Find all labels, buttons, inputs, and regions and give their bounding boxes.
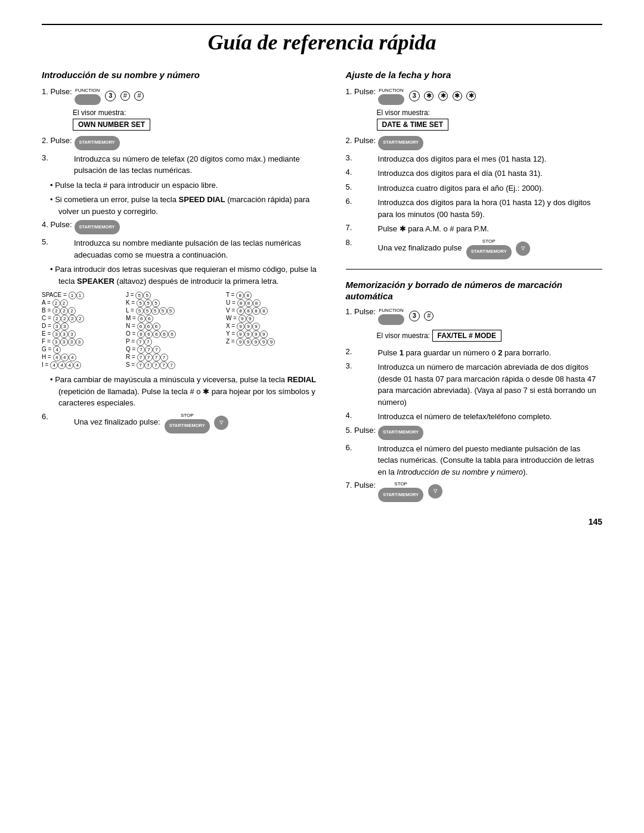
s2-s7-content: STOP START/MEMORY ▽ [378,481,602,502]
s2-s4-num: 4. [346,411,376,420]
s2-key-hash: # [424,311,434,321]
func-btn-s2 [378,314,404,325]
key-star4: ✱ [466,91,476,101]
cg4: 4 [53,346,61,354]
s2-step-1-label: 1. Pulse: [346,307,376,316]
step-1-label: 1. Pulse: [42,87,72,96]
start-memory-btn-1: START/MEMORY [75,136,120,150]
cn6: 6 [137,323,145,330]
ck5b: 5 [144,299,152,307]
cb2: 2 [52,307,60,315]
cw9b: 9 [246,315,254,323]
cs7: 7 [137,361,144,369]
page-number: 145 [42,517,602,527]
char-k: K = 555 [126,299,226,307]
cc2c: 2 [69,315,76,323]
char-n: N = 666 [126,323,226,330]
char-h: H = 444 [42,354,126,361]
right-step-2: 2. Pulse: START/MEMORY [346,136,602,150]
char-table-grid: SPACE = 11 J = 55 T = 88 A = 22 K = 555 … [42,292,324,369]
bullets-2: Para introducir dos letras sucesivas que… [50,264,324,287]
top-rule [42,24,602,25]
cv8c: 8 [252,307,260,315]
sm-s2-5-text: START/MEMORY [383,430,419,435]
cz9: 9 [236,338,244,346]
rs5-num: 5. [346,182,376,191]
char-s: S = 77777 [126,361,226,369]
section2-title: Memorización y borrado de números de mar… [346,279,602,302]
key-star1: ✱ [424,91,434,101]
s2-step-6: 6. Introduzca el número del puesto media… [346,443,602,478]
start-mem-btn-r2: START/MEMORY [378,136,423,150]
right-section-title: Ajuste de la fecha y hora [346,69,602,81]
rs8-keys: STOP START/MEMORY ▽ [466,238,531,259]
start-mem-6-text: START/MEMORY [169,423,205,428]
char-u: U = 888 [226,299,324,307]
cf3c: 3 [68,338,76,346]
co6b: 6 [145,330,153,338]
func-btn-r [378,94,404,105]
cx9c: 9 [252,323,260,330]
step-4-content: START/MEMORY [75,220,324,234]
cl5e: 5 [167,307,175,315]
start-memory-top: START/MEMORY [79,140,115,145]
ca2b: 2 [60,299,68,307]
s2-s6-num: 6. [346,443,376,452]
s2-keys-1: FUNCTION 3 # [378,307,434,325]
cn6c: 6 [153,323,160,330]
right-step-5: 5. Introduzca cuatro dígitos para el año… [346,182,602,194]
ch4b: 4 [61,354,69,361]
cr7c: 7 [153,354,160,361]
cv8: 8 [237,307,244,315]
ci4d: 4 [73,361,81,369]
char-q: Q = 777 [126,346,226,354]
fax-tel-display: FAX/TEL # MODE [432,330,501,342]
el-visor-label-r: El visor muestra: [377,109,430,117]
bullet-redial: Para cambiar de mayúscula a minúscula y … [50,374,324,409]
step-2: 2. Pulse: START/MEMORY [42,136,324,150]
date-time-set-display: DATE & TIME SET [377,119,448,131]
right-column: Ajuste de la fecha y hora 1. Pulse: FUNC… [346,69,602,505]
display-fax-tel: El visor muestra: FAX/TEL # MODE [377,328,602,343]
char-row-1: SPACE = 11 J = 55 T = 88 [42,292,324,299]
rs3-num: 3. [346,153,376,162]
ck5: 5 [137,299,144,307]
s2-step-2: 2. Pulse 1 para guardar un número ó 2 pa… [346,347,602,359]
step-5-text: Introduzca su nombre mediante pulsación … [74,237,324,261]
char-j: J = 55 [126,292,226,299]
own-number-set-display: OWN NUMBER SET [73,119,150,131]
co6e: 6 [168,330,176,338]
step-5-num: 5. [42,237,72,246]
cb2c: 2 [68,307,76,315]
key-3-r: 3 [409,91,420,101]
char-row-10: I = 4444 S = 77777 [42,361,324,369]
rs8-text: Una vez finalizado pulse STOP START/MEMO… [378,238,602,259]
char-row-4: C = 2222 M = 66 W = 99 [42,315,324,323]
s2-step-4: 4. Introduzca el número de telefax/teléf… [346,411,602,423]
c1: 1 [69,292,76,299]
left-section-title: Introducción de su nombre y número [42,69,324,81]
right-step-8: 8. Una vez finalizado pulse STOP START/M… [346,238,602,259]
bullet-3: Para introducir dos letras sucesivas que… [50,264,324,287]
char-r: R = 7777 [126,354,226,361]
cd3: 3 [53,323,61,330]
function-label: FUNCTION [75,87,100,94]
start-memory-btn-6: START/MEMORY [165,419,210,433]
cz9d: 9 [259,338,267,346]
right-step-2-label: 2. Pulse: [346,136,376,145]
right-keys-1: FUNCTION 3 ✱ ✱ ✱ ✱ [378,87,476,105]
rs6-num: 6. [346,197,376,206]
char-y: Y = 9999 [226,330,324,338]
start-mem-2-text: START/MEMORY [79,225,115,230]
cr7: 7 [137,354,145,361]
char-empty2 [226,354,324,361]
stop-btn-s2-7: ▽ [428,484,442,498]
func-label-s2: FUNCTION [379,307,403,314]
cm6: 6 [138,315,145,323]
c8b: 8 [244,292,252,299]
cl5c: 5 [151,307,159,315]
s2-s4-text: Introduzca el número de telefax/teléfono… [378,411,602,423]
rs8-num: 8. [346,238,376,247]
cq7c: 7 [153,346,160,354]
display-own-number: El visor muestra: OWN NUMBER SET [73,108,324,132]
